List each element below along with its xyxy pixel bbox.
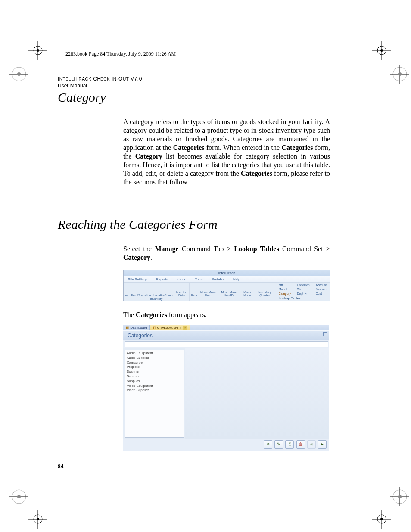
search-bar [123,340,329,348]
registration-mark [390,487,409,506]
svg-point-15 [398,72,402,76]
ribbon-tab[interactable]: Site Settings [124,277,152,281]
lookup-link[interactable]: Cust [316,292,327,296]
registration-mark [9,487,28,506]
registration-mark [28,41,47,60]
ribbon-button[interactable]: Location/Item# [153,294,173,297]
list-item[interactable]: Scanner [127,370,182,374]
lookup-link[interactable]: Condition [297,283,310,287]
ribbon-button[interactable]: Mass Move [241,291,253,297]
section-heading-category: Category [58,90,329,105]
ribbon-tab[interactable]: Portable [207,277,229,281]
form-tab-strip: ◧ Dashboard ◧ UnivLookupFrm × [123,325,329,330]
list-item[interactable]: Projector [127,365,182,370]
save-icon[interactable]: ⍰ [285,440,294,449]
close-icon[interactable]: × [183,326,187,330]
categories-appears-text: The Categories form appears: [123,311,330,319]
delete-icon[interactable]: 🗑 [296,440,305,449]
nav-first-icon[interactable]: ⧉ [264,440,272,449]
registration-mark [28,510,47,529]
search-input[interactable] [125,341,328,347]
nav-next-icon[interactable]: ◄ [307,440,316,449]
svg-point-3 [37,49,39,52]
list-item[interactable]: Audio Supplies [127,356,182,361]
ribbon-tab-strip: Site Settings Reports Import Tools Porta… [124,276,330,282]
lookup-link-category[interactable]: Category [279,292,291,296]
registration-mark [9,65,28,84]
ribbon-tab[interactable]: Import [172,277,191,281]
svg-point-19 [17,495,21,498]
ribbon-screenshot: IntelliTrack – Site Settings Reports Imp… [123,270,330,301]
list-item[interactable]: Video Equipment [127,384,182,389]
page-number: 84 [58,464,63,470]
section-heading-reaching: Reaching the Categories Form [58,217,329,232]
svg-point-23 [398,495,402,498]
ribbon-tab[interactable]: Reports [152,277,172,281]
ribbon-button[interactable]: Item [191,294,197,297]
svg-point-7 [380,49,383,52]
header-rule [58,49,194,49]
list-item[interactable]: Audio Equipment [127,351,182,356]
tab-univlookupfrm[interactable]: ◧ UnivLookupFrm × [150,325,190,330]
svg-point-27 [37,518,39,520]
book-page-header: 2283.book Page 84 Thursday, July 9, 2009… [65,51,176,57]
lookup-link[interactable]: Site [297,288,310,292]
ribbon-button[interactable]: Inventory Queries [255,291,274,297]
registration-mark [372,41,391,60]
registration-mark [372,510,391,529]
ribbon-button[interactable]: Location Data [176,291,187,297]
ribbon-button[interactable]: Item#/Location [131,294,151,297]
section2-paragraph: Select the Manage Command Tab > Lookup T… [123,245,330,262]
ribbon-button[interactable]: Move Move ItemID [219,291,239,297]
list-item[interactable]: Screens [127,374,182,379]
nav-prev-icon[interactable]: ✎ [274,440,283,449]
categories-form-screenshot: ◧ Dashboard ◧ UnivLookupFrm × Categories… [123,325,329,451]
form-detail-panel [185,348,329,439]
form-title: Categories [123,330,329,340]
ribbon-button[interactable]: Move Move Item [199,291,217,297]
window-title-bar: IntelliTrack – [124,270,330,276]
ribbon-group-label: Inventory [125,297,187,300]
ribbon-tab[interactable]: Tools [191,277,208,281]
window-title: IntelliTrack [218,271,235,275]
list-item[interactable]: Supplies [127,379,182,384]
lookup-link[interactable]: Measure [316,288,327,292]
svg-point-31 [380,518,383,520]
nav-last-icon[interactable]: ► [318,440,327,449]
doc-subtitle: User Manual [58,83,329,89]
window-minimize-icon[interactable]: – [325,271,327,277]
list-item[interactable]: Camcorder [127,361,182,365]
lookup-link[interactable]: Account [316,283,327,287]
lookup-link[interactable]: Dept↖ [297,292,310,296]
ribbon-tab[interactable]: Help [229,277,244,281]
tab-dashboard[interactable]: ◧ Dashboard [123,325,150,330]
lookup-link[interactable]: Mfr [279,283,291,287]
form-toolbar: ⧉ ✎ ⍰ 🗑 ◄ ► [123,439,329,451]
product-name: INTELLITRACK CHECK IN-OUT V7.0 [58,76,329,82]
categories-listbox[interactable]: Audio Equipment Audio Supplies Camcorder… [125,350,184,438]
list-item[interactable]: Video Supplies [127,388,182,393]
section1-paragraph: A category refers to the types of items … [123,118,330,187]
svg-point-11 [17,72,21,76]
cursor-icon: ↖ [305,292,308,295]
ribbon-button[interactable]: es [125,294,128,297]
registration-mark [390,65,409,84]
ribbon-group-label: Lookup Tables [279,296,327,300]
lookup-link[interactable]: Model [279,288,291,292]
